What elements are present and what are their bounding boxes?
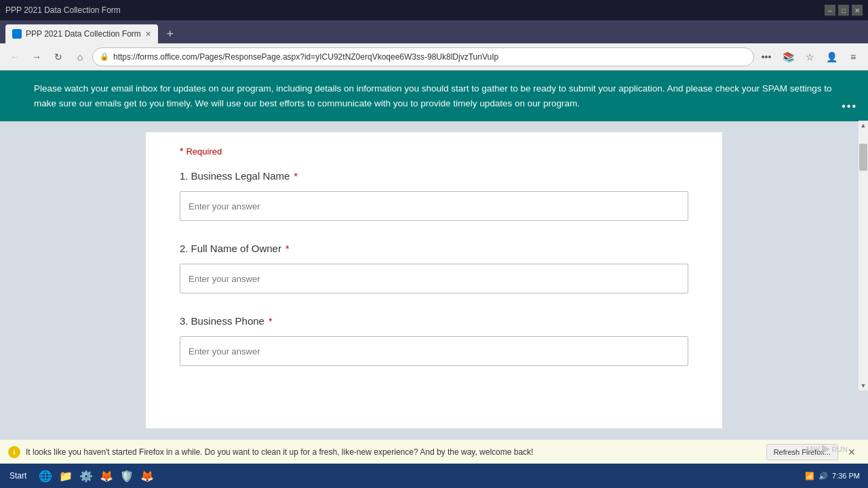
title-bar-title: PPP 2021 Data Collection Form <box>5 5 121 15</box>
nav-bar: ← → ↻ ⌂ 🔒 https://forms.office.com/Pages… <box>0 43 868 70</box>
question-2-text: Full Name of Owner <box>191 243 281 254</box>
question-2-number: 2. <box>180 243 189 254</box>
scroll-thumb[interactable] <box>859 144 867 171</box>
taskbar-app-firefox-active[interactable]: 🦊 <box>138 466 157 485</box>
taskbar-tray: 📶 🔊 7:36 PM <box>805 471 865 481</box>
required-label: Required <box>186 146 222 157</box>
tab-close-button[interactable]: ✕ <box>145 30 151 39</box>
question-3: 3. Business Phone * <box>180 315 688 366</box>
question-3-number: 3. <box>180 315 189 327</box>
reading-list-button[interactable]: 📚 <box>778 47 797 66</box>
question-2-required: * <box>285 243 289 254</box>
notification-text: It looks like you haven't started Firefo… <box>26 447 761 457</box>
tab-favicon <box>12 29 22 39</box>
forward-button[interactable]: → <box>27 47 46 66</box>
start-label: Start <box>9 471 26 481</box>
banner-text: Please watch your email inbox for update… <box>34 83 831 108</box>
notification-bar: i It looks like you haven't started Fire… <box>0 439 868 464</box>
taskbar-app-security[interactable]: 🛡️ <box>117 466 136 485</box>
maximize-button[interactable]: □ <box>838 5 849 16</box>
title-bar-text: PPP 2021 Data Collection Form <box>5 5 121 15</box>
account-button[interactable]: 👤 <box>822 47 841 66</box>
question-2-input[interactable] <box>180 264 688 293</box>
taskbar-time: 7:36 PM <box>832 472 860 480</box>
notification-icon: i <box>8 446 20 458</box>
title-bar: PPP 2021 Data Collection Form – □ ✕ <box>0 0 868 20</box>
question-1: 1. Business Legal Name * <box>180 170 688 221</box>
back-button[interactable]: ← <box>5 47 24 66</box>
close-window-button[interactable]: ✕ <box>852 5 863 16</box>
address-bar[interactable]: 🔒 https://forms.office.com/Pages/Respons… <box>92 47 754 66</box>
question-1-input[interactable] <box>180 191 688 221</box>
form-container: * Required 1. Business Legal Name * 2. F… <box>146 132 722 428</box>
taskbar-app-firefox[interactable]: 🦊 <box>97 466 116 485</box>
question-1-required: * <box>294 171 297 182</box>
new-tab-button[interactable]: + <box>161 24 180 43</box>
question-3-text: Business Phone <box>191 315 264 327</box>
taskbar-app-ie[interactable]: 🌐 <box>36 466 55 485</box>
form-area: * Required 1. Business Legal Name * 2. F… <box>0 121 868 439</box>
tray-network-icon: 📶 <box>805 471 814 481</box>
more-options-button[interactable]: ••• <box>757 47 776 66</box>
page-wrapper: Please watch your email inbox for update… <box>0 70 868 439</box>
question-2: 2. Full Name of Owner * <box>180 243 688 293</box>
banner: Please watch your email inbox for update… <box>0 70 868 121</box>
active-tab[interactable]: PPP 2021 Data Collection Form ✕ <box>5 24 158 43</box>
lock-icon: 🔒 <box>100 52 109 61</box>
tray-volume-icon: 🔊 <box>818 471 828 481</box>
scroll-up-button[interactable]: ▲ <box>859 121 868 130</box>
url-text: https://forms.office.com/Pages/ResponseP… <box>113 52 747 62</box>
taskbar: Start 🌐 📁 ⚙️ 🦊 🛡️ 🦊 📶 🔊 7:36 PM <box>0 464 868 488</box>
start-button[interactable]: Start <box>3 466 33 485</box>
question-3-label: 3. Business Phone * <box>180 315 688 327</box>
minimize-button[interactable]: – <box>825 5 835 16</box>
question-3-required: * <box>269 316 272 327</box>
question-1-label: 1. Business Legal Name * <box>180 170 688 182</box>
banner-dots-button[interactable]: ••• <box>842 98 857 115</box>
required-star: * <box>180 146 183 157</box>
nav-icons-right: ••• 📚 ☆ 👤 ≡ <box>757 47 863 66</box>
taskbar-apps: 🌐 📁 ⚙️ 🦊 🛡️ 🦊 <box>36 466 157 485</box>
page-scrollbar: ▲ ▼ <box>859 121 868 390</box>
question-2-label: 2. Full Name of Owner * <box>180 243 688 254</box>
scroll-down-button[interactable]: ▼ <box>859 381 868 390</box>
required-note: * Required <box>180 146 688 157</box>
home-button[interactable]: ⌂ <box>71 47 90 66</box>
tab-bar: PPP 2021 Data Collection Form ✕ + <box>0 20 868 43</box>
tab-title: PPP 2021 Data Collection Form <box>26 29 141 39</box>
menu-button[interactable]: ≡ <box>844 47 863 66</box>
title-bar-controls: – □ ✕ <box>825 5 863 16</box>
bookmark-button[interactable]: ☆ <box>800 47 819 66</box>
taskbar-app-folder[interactable]: 📁 <box>56 466 75 485</box>
refresh-button[interactable]: ↻ <box>49 47 68 66</box>
question-1-number: 1. <box>180 170 189 182</box>
taskbar-app-chrome[interactable]: ⚙️ <box>77 466 96 485</box>
question-3-input[interactable] <box>180 336 688 366</box>
question-1-text: Business Legal Name <box>191 170 290 182</box>
